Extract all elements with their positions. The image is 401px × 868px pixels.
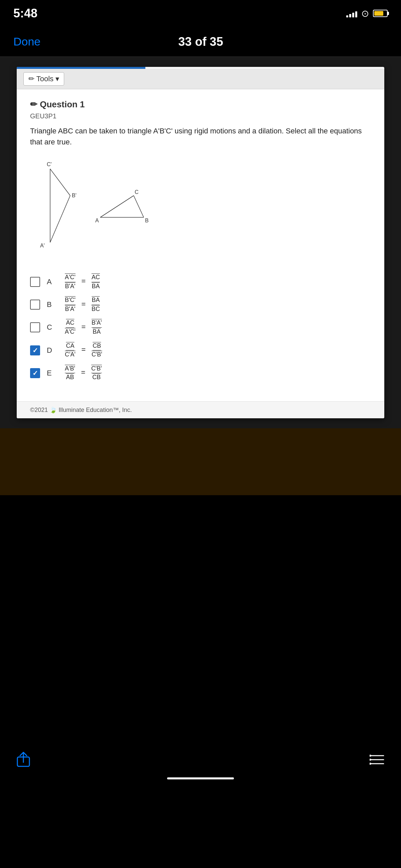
svg-text:C': C' — [47, 161, 52, 167]
status-bar: 5:48 ⊙ — [0, 0, 401, 27]
question-code: GEU3P1 — [30, 112, 371, 120]
equation-d: CA C'A' = CB C'B' — [64, 342, 104, 359]
svg-line-0 — [50, 195, 70, 242]
question-content: ✏ Question 1 GEU3P1 Triangle ABC can be … — [17, 89, 384, 401]
equation-c: AC A'C' = B'A' BA — [64, 319, 103, 335]
svg-line-8 — [100, 195, 134, 217]
svg-line-1 — [50, 169, 70, 195]
svg-point-19 — [370, 763, 371, 765]
svg-text:C: C — [135, 189, 139, 195]
triangle-diagram: A' B' C' A B C — [30, 155, 371, 264]
home-indicator — [167, 777, 234, 779]
svg-text:A: A — [95, 218, 99, 223]
answer-choices: A A'C' B'A' = AC BA — [30, 274, 371, 381]
choice-row-b: B B'C' B'A' = BA BC — [30, 297, 371, 313]
svg-point-17 — [370, 755, 371, 757]
checkbox-a[interactable] — [30, 277, 40, 287]
checkbox-b[interactable] — [30, 300, 40, 310]
triangle-svg: A' B' C' A B C — [30, 155, 231, 262]
status-icons: ⊙ — [346, 8, 388, 19]
choice-row-d: D CA C'A' = CB C'B' — [30, 342, 371, 359]
question-title: ✏ Question 1 — [30, 99, 85, 110]
choice-label-a: A — [47, 278, 57, 286]
checkbox-d[interactable] — [30, 345, 40, 355]
choice-row-e: E A'B' AB = C'B' CB — [30, 365, 371, 381]
desk-surface — [0, 428, 401, 495]
svg-line-7 — [134, 195, 144, 217]
question-text: Triangle ABC can be taken to triangle A'… — [30, 125, 371, 148]
checkbox-e[interactable] — [30, 368, 40, 378]
nav-bar: Done 33 of 35 — [0, 27, 401, 57]
choice-label-c: C — [47, 323, 57, 332]
progress-indicator: 33 of 35 — [178, 35, 223, 49]
choice-row-a: A A'C' B'A' = AC BA — [30, 274, 371, 290]
choice-row-c: C AC A'C' = B'A' BA — [30, 319, 371, 335]
svg-text:B: B — [145, 218, 149, 223]
status-time: 5:48 — [13, 6, 37, 21]
tools-bar: ✏ Tools ▾ — [17, 69, 384, 89]
footer-text: ©2021 🍃 Illuminate Education™, Inc. — [30, 407, 132, 413]
choice-label-d: D — [47, 346, 57, 355]
quiz-card: ✏ Tools ▾ ✏ Question 1 GEU3P1 Triangle A… — [17, 67, 384, 418]
choice-label-e: E — [47, 369, 57, 377]
equation-e: A'B' AB = C'B' CB — [64, 365, 103, 381]
svg-point-18 — [370, 759, 371, 761]
checkbox-c[interactable] — [30, 322, 40, 332]
wifi-icon: ⊙ — [361, 8, 369, 19]
choice-label-b: B — [47, 300, 57, 309]
tools-button[interactable]: ✏ Tools ▾ — [23, 72, 64, 86]
svg-text:A': A' — [40, 243, 45, 248]
battery-icon — [373, 10, 388, 17]
bottom-toolbar — [0, 745, 401, 777]
bottom-area — [0, 495, 401, 796]
equation-b: B'C' B'A' = BA BC — [64, 297, 101, 313]
done-button[interactable]: Done — [13, 35, 40, 48]
content-wrapper: ✏ Tools ▾ ✏ Question 1 GEU3P1 Triangle A… — [0, 57, 401, 428]
svg-text:B': B' — [72, 193, 76, 198]
list-icon[interactable] — [370, 753, 384, 769]
equation-a: A'C' B'A' = AC BA — [64, 274, 101, 290]
question-header: ✏ Question 1 — [30, 99, 371, 110]
card-footer: ©2021 🍃 Illuminate Education™, Inc. — [17, 401, 384, 418]
share-icon[interactable] — [17, 752, 30, 771]
signal-icon — [346, 9, 357, 18]
